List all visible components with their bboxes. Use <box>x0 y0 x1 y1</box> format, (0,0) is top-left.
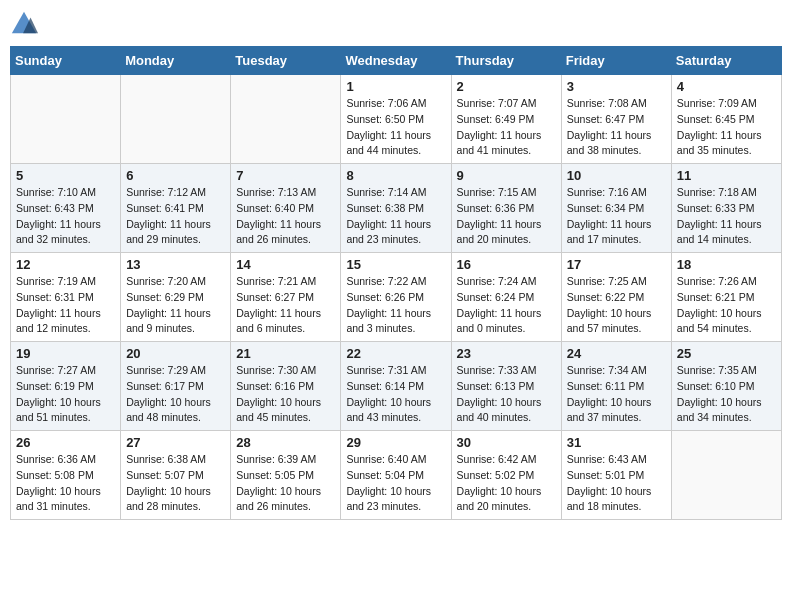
day-number: 18 <box>677 257 776 272</box>
calendar-day-18: 18Sunrise: 7:26 AMSunset: 6:21 PMDayligh… <box>671 253 781 342</box>
header <box>10 10 782 38</box>
day-info: Sunrise: 7:14 AMSunset: 6:38 PMDaylight:… <box>346 185 445 248</box>
day-info: Sunrise: 7:33 AMSunset: 6:13 PMDaylight:… <box>457 363 556 426</box>
calendar-empty-cell <box>231 75 341 164</box>
day-number: 10 <box>567 168 666 183</box>
day-info: Sunrise: 7:19 AMSunset: 6:31 PMDaylight:… <box>16 274 115 337</box>
calendar-day-6: 6Sunrise: 7:12 AMSunset: 6:41 PMDaylight… <box>121 164 231 253</box>
day-info: Sunrise: 7:08 AMSunset: 6:47 PMDaylight:… <box>567 96 666 159</box>
logo-icon <box>10 10 38 38</box>
day-number: 3 <box>567 79 666 94</box>
day-number: 31 <box>567 435 666 450</box>
day-info: Sunrise: 7:30 AMSunset: 6:16 PMDaylight:… <box>236 363 335 426</box>
day-info: Sunrise: 6:36 AMSunset: 5:08 PMDaylight:… <box>16 452 115 515</box>
calendar-week-row: 1Sunrise: 7:06 AMSunset: 6:50 PMDaylight… <box>11 75 782 164</box>
calendar-header-friday: Friday <box>561 47 671 75</box>
calendar-day-8: 8Sunrise: 7:14 AMSunset: 6:38 PMDaylight… <box>341 164 451 253</box>
day-number: 11 <box>677 168 776 183</box>
day-number: 1 <box>346 79 445 94</box>
calendar-day-25: 25Sunrise: 7:35 AMSunset: 6:10 PMDayligh… <box>671 342 781 431</box>
day-info: Sunrise: 7:22 AMSunset: 6:26 PMDaylight:… <box>346 274 445 337</box>
day-info: Sunrise: 7:15 AMSunset: 6:36 PMDaylight:… <box>457 185 556 248</box>
calendar-empty-cell <box>121 75 231 164</box>
day-info: Sunrise: 7:24 AMSunset: 6:24 PMDaylight:… <box>457 274 556 337</box>
day-info: Sunrise: 7:12 AMSunset: 6:41 PMDaylight:… <box>126 185 225 248</box>
day-number: 24 <box>567 346 666 361</box>
calendar-day-5: 5Sunrise: 7:10 AMSunset: 6:43 PMDaylight… <box>11 164 121 253</box>
calendar: SundayMondayTuesdayWednesdayThursdayFrid… <box>10 46 782 520</box>
day-info: Sunrise: 6:39 AMSunset: 5:05 PMDaylight:… <box>236 452 335 515</box>
calendar-day-21: 21Sunrise: 7:30 AMSunset: 6:16 PMDayligh… <box>231 342 341 431</box>
calendar-day-3: 3Sunrise: 7:08 AMSunset: 6:47 PMDaylight… <box>561 75 671 164</box>
day-number: 4 <box>677 79 776 94</box>
day-info: Sunrise: 7:18 AMSunset: 6:33 PMDaylight:… <box>677 185 776 248</box>
day-info: Sunrise: 6:38 AMSunset: 5:07 PMDaylight:… <box>126 452 225 515</box>
calendar-header-row: SundayMondayTuesdayWednesdayThursdayFrid… <box>11 47 782 75</box>
day-info: Sunrise: 7:27 AMSunset: 6:19 PMDaylight:… <box>16 363 115 426</box>
calendar-day-2: 2Sunrise: 7:07 AMSunset: 6:49 PMDaylight… <box>451 75 561 164</box>
calendar-day-22: 22Sunrise: 7:31 AMSunset: 6:14 PMDayligh… <box>341 342 451 431</box>
day-number: 20 <box>126 346 225 361</box>
calendar-day-4: 4Sunrise: 7:09 AMSunset: 6:45 PMDaylight… <box>671 75 781 164</box>
day-number: 28 <box>236 435 335 450</box>
day-number: 7 <box>236 168 335 183</box>
calendar-day-31: 31Sunrise: 6:43 AMSunset: 5:01 PMDayligh… <box>561 431 671 520</box>
calendar-week-row: 5Sunrise: 7:10 AMSunset: 6:43 PMDaylight… <box>11 164 782 253</box>
calendar-header-saturday: Saturday <box>671 47 781 75</box>
calendar-day-20: 20Sunrise: 7:29 AMSunset: 6:17 PMDayligh… <box>121 342 231 431</box>
calendar-day-30: 30Sunrise: 6:42 AMSunset: 5:02 PMDayligh… <box>451 431 561 520</box>
day-info: Sunrise: 7:26 AMSunset: 6:21 PMDaylight:… <box>677 274 776 337</box>
day-info: Sunrise: 7:29 AMSunset: 6:17 PMDaylight:… <box>126 363 225 426</box>
calendar-day-28: 28Sunrise: 6:39 AMSunset: 5:05 PMDayligh… <box>231 431 341 520</box>
calendar-day-15: 15Sunrise: 7:22 AMSunset: 6:26 PMDayligh… <box>341 253 451 342</box>
day-number: 30 <box>457 435 556 450</box>
logo <box>10 10 42 38</box>
day-info: Sunrise: 7:34 AMSunset: 6:11 PMDaylight:… <box>567 363 666 426</box>
day-info: Sunrise: 7:31 AMSunset: 6:14 PMDaylight:… <box>346 363 445 426</box>
day-info: Sunrise: 7:20 AMSunset: 6:29 PMDaylight:… <box>126 274 225 337</box>
day-number: 12 <box>16 257 115 272</box>
calendar-day-10: 10Sunrise: 7:16 AMSunset: 6:34 PMDayligh… <box>561 164 671 253</box>
day-number: 8 <box>346 168 445 183</box>
day-number: 16 <box>457 257 556 272</box>
calendar-header-monday: Monday <box>121 47 231 75</box>
day-info: Sunrise: 6:43 AMSunset: 5:01 PMDaylight:… <box>567 452 666 515</box>
calendar-week-row: 26Sunrise: 6:36 AMSunset: 5:08 PMDayligh… <box>11 431 782 520</box>
calendar-week-row: 19Sunrise: 7:27 AMSunset: 6:19 PMDayligh… <box>11 342 782 431</box>
calendar-week-row: 12Sunrise: 7:19 AMSunset: 6:31 PMDayligh… <box>11 253 782 342</box>
calendar-header-tuesday: Tuesday <box>231 47 341 75</box>
calendar-day-16: 16Sunrise: 7:24 AMSunset: 6:24 PMDayligh… <box>451 253 561 342</box>
calendar-day-13: 13Sunrise: 7:20 AMSunset: 6:29 PMDayligh… <box>121 253 231 342</box>
calendar-header-wednesday: Wednesday <box>341 47 451 75</box>
calendar-day-1: 1Sunrise: 7:06 AMSunset: 6:50 PMDaylight… <box>341 75 451 164</box>
calendar-header-thursday: Thursday <box>451 47 561 75</box>
calendar-day-7: 7Sunrise: 7:13 AMSunset: 6:40 PMDaylight… <box>231 164 341 253</box>
calendar-day-24: 24Sunrise: 7:34 AMSunset: 6:11 PMDayligh… <box>561 342 671 431</box>
calendar-day-19: 19Sunrise: 7:27 AMSunset: 6:19 PMDayligh… <box>11 342 121 431</box>
calendar-empty-cell <box>11 75 121 164</box>
day-number: 22 <box>346 346 445 361</box>
day-info: Sunrise: 7:13 AMSunset: 6:40 PMDaylight:… <box>236 185 335 248</box>
day-number: 5 <box>16 168 115 183</box>
calendar-day-11: 11Sunrise: 7:18 AMSunset: 6:33 PMDayligh… <box>671 164 781 253</box>
day-info: Sunrise: 7:16 AMSunset: 6:34 PMDaylight:… <box>567 185 666 248</box>
calendar-day-23: 23Sunrise: 7:33 AMSunset: 6:13 PMDayligh… <box>451 342 561 431</box>
calendar-header-sunday: Sunday <box>11 47 121 75</box>
day-info: Sunrise: 6:42 AMSunset: 5:02 PMDaylight:… <box>457 452 556 515</box>
day-number: 14 <box>236 257 335 272</box>
day-number: 29 <box>346 435 445 450</box>
calendar-day-17: 17Sunrise: 7:25 AMSunset: 6:22 PMDayligh… <box>561 253 671 342</box>
day-number: 25 <box>677 346 776 361</box>
day-info: Sunrise: 7:21 AMSunset: 6:27 PMDaylight:… <box>236 274 335 337</box>
day-number: 15 <box>346 257 445 272</box>
day-number: 21 <box>236 346 335 361</box>
calendar-day-14: 14Sunrise: 7:21 AMSunset: 6:27 PMDayligh… <box>231 253 341 342</box>
calendar-day-27: 27Sunrise: 6:38 AMSunset: 5:07 PMDayligh… <box>121 431 231 520</box>
day-number: 6 <box>126 168 225 183</box>
calendar-day-12: 12Sunrise: 7:19 AMSunset: 6:31 PMDayligh… <box>11 253 121 342</box>
day-info: Sunrise: 7:06 AMSunset: 6:50 PMDaylight:… <box>346 96 445 159</box>
calendar-empty-cell <box>671 431 781 520</box>
calendar-day-29: 29Sunrise: 6:40 AMSunset: 5:04 PMDayligh… <box>341 431 451 520</box>
day-number: 26 <box>16 435 115 450</box>
day-number: 17 <box>567 257 666 272</box>
